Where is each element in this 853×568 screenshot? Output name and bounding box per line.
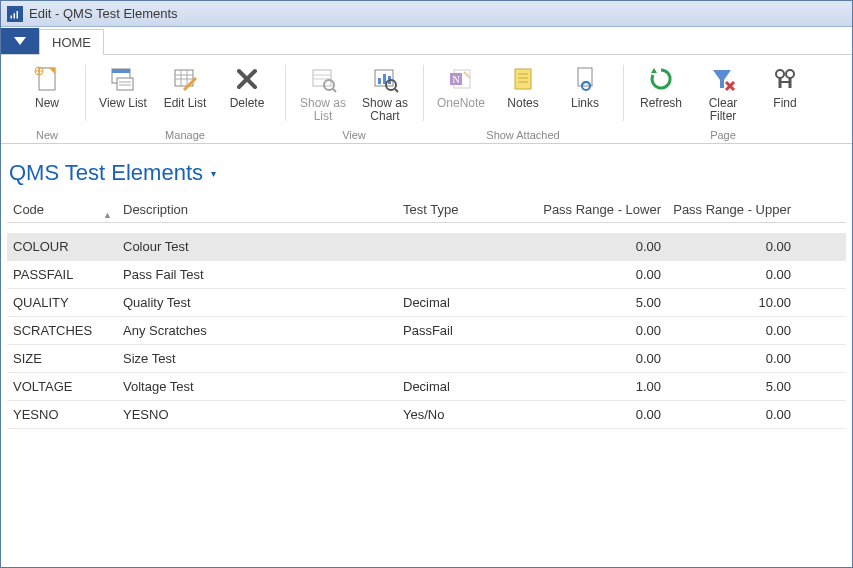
page-title: QMS Test Elements <box>9 160 203 186</box>
ribbon-group-label-new: New <box>36 129 58 141</box>
cell-lower: 5.00 <box>537 295 667 310</box>
cell-ttype: Yes/No <box>397 407 537 422</box>
title-bar: Edit - QMS Test Elements <box>1 1 852 27</box>
show-as-list-button[interactable]: Show as List <box>295 61 351 127</box>
cell-lower: 0.00 <box>537 351 667 366</box>
grid-header: Code Description Test Type Pass Range - … <box>7 196 846 223</box>
app-icon <box>7 6 23 22</box>
cell-ttype <box>397 267 537 282</box>
cell-lower: 1.00 <box>537 379 667 394</box>
cell-desc: Pass Fail Test <box>117 267 397 282</box>
cell-upper: 0.00 <box>667 323 797 338</box>
cell-desc: YESNO <box>117 407 397 422</box>
ribbon-group-view: Show as List Show as Chart View <box>285 61 423 141</box>
view-list-icon <box>107 63 139 95</box>
cell-code: SCRATCHES <box>7 323 117 338</box>
table-row[interactable]: SIZESize Test0.000.00 <box>7 345 846 373</box>
delete-button[interactable]: Delete <box>219 61 275 127</box>
delete-label: Delete <box>230 97 265 125</box>
show-as-chart-icon <box>369 63 401 95</box>
cell-lower: 0.00 <box>537 239 667 254</box>
ribbon-group-label-view: View <box>342 129 366 141</box>
page-title-bar: QMS Test Elements ▾ <box>1 144 852 196</box>
cell-code: PASSFAIL <box>7 267 117 282</box>
edit-list-button[interactable]: Edit List <box>157 61 213 127</box>
ribbon: New New View List Edit List <box>1 55 852 144</box>
grid-body: COLOURColour Test0.000.00PASSFAILPass Fa… <box>7 233 846 429</box>
find-label: Find <box>773 97 796 125</box>
cell-ttype: Decimal <box>397 379 537 394</box>
svg-point-45 <box>776 70 784 78</box>
show-as-chart-label: Show as Chart <box>359 97 411 125</box>
notes-icon <box>507 63 539 95</box>
links-button[interactable]: Links <box>557 61 613 127</box>
view-list-button[interactable]: View List <box>95 61 151 127</box>
find-icon <box>769 63 801 95</box>
file-tab[interactable] <box>1 28 39 54</box>
edit-list-label: Edit List <box>164 97 207 125</box>
cell-upper: 0.00 <box>667 351 797 366</box>
svg-rect-36 <box>515 69 531 89</box>
onenote-label: OneNote <box>437 97 485 125</box>
column-header-description[interactable]: Description <box>117 202 397 218</box>
new-label: New <box>35 97 59 125</box>
onenote-button[interactable]: N OneNote <box>433 61 489 127</box>
svg-rect-10 <box>112 69 130 73</box>
new-icon <box>31 63 63 95</box>
tab-strip: HOME <box>1 27 852 55</box>
svg-line-32 <box>395 89 398 92</box>
view-list-label: View List <box>99 97 147 125</box>
table-row[interactable]: COLOURColour Test0.000.00 <box>7 233 846 261</box>
column-header-test-type[interactable]: Test Type <box>397 202 537 218</box>
cell-upper: 5.00 <box>667 379 797 394</box>
cell-ttype <box>397 239 537 254</box>
notes-button[interactable]: Notes <box>495 61 551 127</box>
table-row[interactable]: PASSFAILPass Fail Test0.000.00 <box>7 261 846 289</box>
clear-filter-icon <box>707 63 739 95</box>
links-label: Links <box>571 97 599 125</box>
table-row[interactable]: QUALITYQuality TestDecimal5.0010.00 <box>7 289 846 317</box>
cell-upper: 0.00 <box>667 407 797 422</box>
ribbon-group-page: Refresh Clear Filter Find Page <box>623 61 823 141</box>
sort-indicator-icon: ▲ <box>103 210 112 220</box>
table-row[interactable]: YESNOYESNOYes/No0.000.00 <box>7 401 846 429</box>
refresh-label: Refresh <box>640 97 682 125</box>
show-as-chart-button[interactable]: Show as Chart <box>357 61 413 127</box>
clear-filter-button[interactable]: Clear Filter <box>695 61 751 127</box>
svg-rect-0 <box>11 15 13 18</box>
cell-lower: 0.00 <box>537 407 667 422</box>
svg-rect-28 <box>378 78 381 84</box>
column-header-code[interactable]: Code <box>7 202 117 218</box>
ribbon-group-label-page: Page <box>710 129 736 141</box>
cell-desc: Voltage Test <box>117 379 397 394</box>
ribbon-group-show-attached: N OneNote Notes Links Show Attached <box>423 61 623 141</box>
delete-icon <box>231 63 263 95</box>
edit-list-icon <box>169 63 201 95</box>
ribbon-group-manage: View List Edit List Delete Manage <box>85 61 285 141</box>
cell-desc: Quality Test <box>117 295 397 310</box>
cell-code: SIZE <box>7 351 117 366</box>
table-row[interactable]: VOLTAGEVoltage TestDecimal1.005.00 <box>7 373 846 401</box>
column-header-pass-lower[interactable]: Pass Range - Lower <box>537 202 667 218</box>
cell-desc: Size Test <box>117 351 397 366</box>
tab-home[interactable]: HOME <box>39 29 104 55</box>
svg-rect-11 <box>117 78 133 90</box>
table-row[interactable]: SCRATCHESAny ScratchesPassFail0.000.00 <box>7 317 846 345</box>
cell-desc: Colour Test <box>117 239 397 254</box>
cell-code: QUALITY <box>7 295 117 310</box>
cell-upper: 0.00 <box>667 267 797 282</box>
new-button[interactable]: New <box>19 61 75 127</box>
cell-ttype: Decimal <box>397 295 537 310</box>
page-title-dropdown-icon[interactable]: ▾ <box>211 168 216 179</box>
svg-text:N: N <box>452 74 459 85</box>
find-button[interactable]: Find <box>757 61 813 127</box>
column-header-pass-upper[interactable]: Pass Range - Upper <box>667 202 797 218</box>
ribbon-group-label-show-attached: Show Attached <box>486 129 559 141</box>
ribbon-group-new: New New <box>9 61 85 141</box>
refresh-button[interactable]: Refresh <box>633 61 689 127</box>
ribbon-group-label-manage: Manage <box>165 129 205 141</box>
cell-code: YESNO <box>7 407 117 422</box>
cell-code: VOLTAGE <box>7 379 117 394</box>
svg-rect-2 <box>17 11 19 19</box>
svg-marker-3 <box>14 37 26 45</box>
